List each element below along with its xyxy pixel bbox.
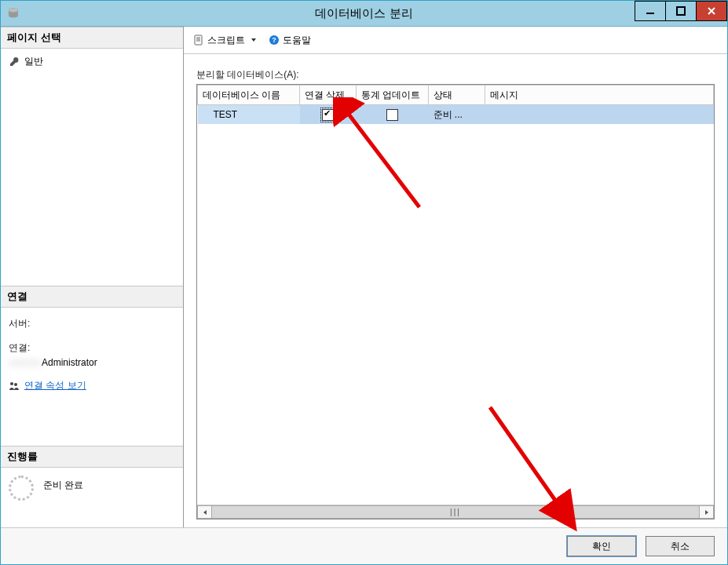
- progress-header: 진행률: [1, 446, 183, 468]
- minimize-button[interactable]: [635, 1, 666, 21]
- connection-header: 연결: [1, 286, 183, 308]
- connection-label: 연결:: [9, 341, 175, 355]
- drop-conn-checkbox[interactable]: ✔: [322, 109, 334, 121]
- col-db-name[interactable]: 데이터베이스 이름: [198, 86, 300, 105]
- col-message[interactable]: 메시지: [485, 86, 714, 105]
- app-icon: [5, 5, 21, 21]
- scroll-thumb[interactable]: |||: [450, 508, 461, 516]
- page-general-item[interactable]: 일반: [9, 55, 175, 68]
- people-icon: [9, 381, 20, 392]
- progress-status: 준비 완료: [43, 474, 83, 492]
- scroll-left-button[interactable]: [197, 505, 212, 519]
- databases-to-detach-label: 분리할 데이터베이스(A):: [196, 68, 715, 82]
- cell-db-name[interactable]: TEST: [198, 105, 300, 125]
- page-general-label: 일반: [24, 55, 43, 68]
- dropdown-icon: [248, 35, 259, 46]
- progress-ring-icon: [9, 476, 34, 501]
- col-drop-conn[interactable]: 연결 삭제: [300, 86, 357, 105]
- update-stats-checkbox[interactable]: [386, 109, 398, 121]
- left-panel: 페이지 선택 일반 연결 서버: 연결: xxxxxxxAdministrato…: [1, 27, 184, 527]
- svg-rect-2: [646, 13, 654, 14]
- grid-header-row: 데이터베이스 이름 연결 삭제 통계 업데이트 상태 메시지: [198, 86, 714, 105]
- window-buttons: [635, 1, 727, 20]
- horizontal-scrollbar[interactable]: |||: [197, 505, 714, 519]
- svg-point-1: [9, 9, 18, 13]
- col-status[interactable]: 상태: [429, 86, 485, 105]
- page-select-header: 페이지 선택: [1, 27, 183, 49]
- window-title: 데이터베이스 분리: [1, 6, 727, 21]
- table-row[interactable]: TEST ✔ 준비 ...: [198, 105, 714, 125]
- right-panel: 스크립트 ? 도움말 분리할 데이터베이스(A):: [184, 27, 727, 527]
- help-button[interactable]: ? 도움말: [265, 32, 314, 49]
- connection-value: xxxxxxxAdministrator: [9, 357, 175, 368]
- close-button[interactable]: [696, 1, 727, 21]
- toolbar: 스크립트 ? 도움말: [184, 27, 727, 54]
- server-label: 서버:: [9, 317, 175, 330]
- script-icon: [193, 35, 204, 46]
- scroll-right-button[interactable]: [699, 505, 714, 519]
- svg-rect-8: [195, 35, 202, 45]
- cell-status: 준비 ...: [429, 105, 485, 125]
- detach-database-dialog: 데이터베이스 분리 페이지 선택 일반: [0, 0, 728, 565]
- col-update-stats[interactable]: 통계 업데이트: [357, 86, 429, 105]
- view-conn-props-row[interactable]: 연결 속성 보기: [9, 379, 175, 392]
- cell-message: [485, 105, 714, 125]
- help-icon: ?: [269, 35, 280, 46]
- scroll-track[interactable]: |||: [212, 505, 699, 519]
- cancel-button[interactable]: 취소: [646, 536, 715, 556]
- svg-rect-3: [677, 7, 685, 15]
- dialog-footer: 확인 취소: [1, 527, 727, 564]
- svg-text:?: ?: [272, 36, 276, 44]
- svg-point-6: [10, 382, 13, 385]
- script-label: 스크립트: [207, 34, 245, 47]
- help-label: 도움말: [283, 34, 311, 47]
- script-button[interactable]: 스크립트: [190, 32, 262, 49]
- maximize-button[interactable]: [665, 1, 697, 21]
- wrench-icon: [9, 56, 20, 67]
- ok-button[interactable]: 확인: [567, 536, 636, 556]
- databases-grid[interactable]: 데이터베이스 이름 연결 삭제 통계 업데이트 상태 메시지 TEST: [196, 84, 715, 519]
- cell-update-stats[interactable]: [357, 105, 429, 125]
- titlebar[interactable]: 데이터베이스 분리: [1, 1, 727, 27]
- svg-point-7: [14, 383, 17, 386]
- cell-drop-conn[interactable]: ✔: [300, 105, 357, 125]
- view-conn-props-link[interactable]: 연결 속성 보기: [24, 379, 86, 392]
